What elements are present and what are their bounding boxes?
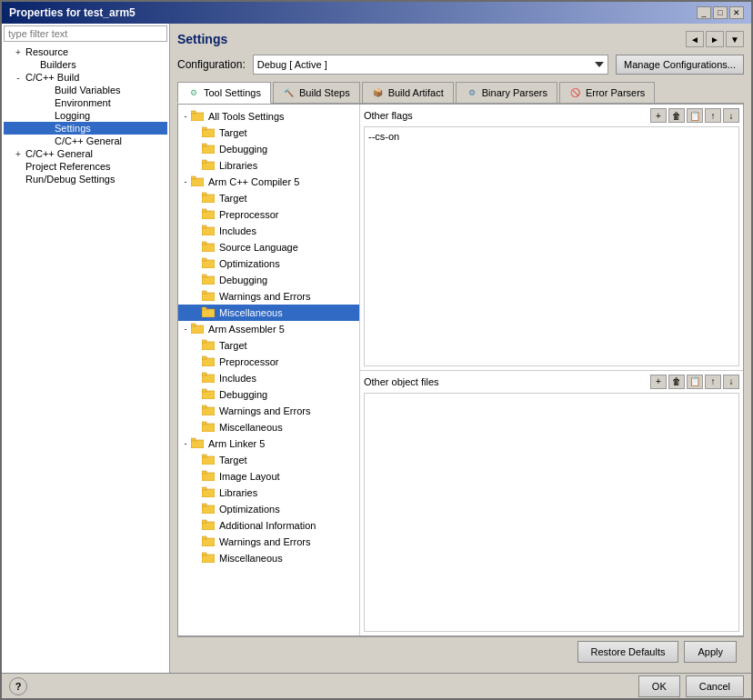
- tool-icon: [202, 503, 216, 515]
- svg-rect-49: [202, 504, 206, 506]
- tree-item-tool-chain-editor[interactable]: C/C++ General: [4, 135, 167, 147]
- svg-rect-35: [202, 389, 206, 392]
- tool-settings-icon: ⚙: [187, 86, 200, 99]
- stree-includes2[interactable]: Includes: [178, 370, 359, 386]
- expand-icon: [191, 308, 202, 317]
- warnings3-label: Warnings and Errors: [219, 536, 310, 547]
- cancel-button[interactable]: Cancel: [686, 675, 744, 697]
- stree-target1[interactable]: Target: [178, 125, 359, 141]
- ok-button[interactable]: OK: [638, 675, 680, 697]
- back-button[interactable]: ◄: [686, 31, 704, 47]
- svg-rect-25: [202, 307, 206, 310]
- objects-delete-button[interactable]: 🗑: [668, 375, 685, 389]
- stree-libraries1[interactable]: Libraries: [178, 157, 359, 174]
- flags-up-button[interactable]: ↑: [705, 108, 721, 123]
- stree-warnings2[interactable]: Warnings and Errors: [178, 403, 359, 419]
- stree-arm-cpp[interactable]: - Arm C++ Compiler 5: [178, 174, 359, 190]
- settings-header: Settings ◄ ► ▼: [177, 31, 744, 47]
- stree-debugging2[interactable]: Debugging: [178, 272, 359, 288]
- svg-rect-0: [191, 113, 204, 121]
- title-bar: Properties for test_arm5 _ □ ✕: [2, 2, 751, 24]
- stree-additional-info[interactable]: Additional Information: [178, 517, 359, 534]
- tree-item-cpp-build[interactable]: - C/C++ Build: [4, 71, 167, 84]
- includes2-label: Includes: [219, 373, 256, 384]
- svg-rect-30: [202, 358, 215, 366]
- footer-right-buttons: OK Cancel: [638, 675, 744, 697]
- apply-button[interactable]: Apply: [684, 641, 737, 663]
- stree-target4[interactable]: Target: [178, 452, 359, 468]
- stree-misc1[interactable]: Miscellaneous: [178, 305, 359, 321]
- expand-icon: [191, 472, 202, 481]
- tree-item-run-debug[interactable]: Run/Debug Settings: [4, 173, 167, 185]
- svg-rect-40: [191, 440, 204, 448]
- stree-optimizations2[interactable]: Optimizations: [178, 501, 359, 517]
- expand-icon: [191, 357, 202, 366]
- stree-preprocessor2[interactable]: Preprocessor: [178, 354, 359, 370]
- expand-icon: [191, 226, 202, 235]
- expand-icon: [40, 111, 55, 121]
- close-button[interactable]: ✕: [729, 6, 744, 19]
- forward-button[interactable]: ►: [706, 31, 724, 47]
- expand-icon: -: [180, 325, 191, 334]
- stree-source-lang[interactable]: Source Language: [178, 239, 359, 255]
- svg-rect-45: [202, 471, 206, 474]
- config-select[interactable]: Debug [ Active ]: [253, 55, 608, 75]
- tree-item-project-references[interactable]: Project References: [4, 160, 167, 173]
- expand-icon: [191, 145, 202, 154]
- flags-copy-button[interactable]: 📋: [687, 108, 703, 123]
- svg-rect-55: [202, 553, 206, 555]
- tree-item-resource[interactable]: + Resource: [4, 45, 167, 58]
- tree-item-build-variables[interactable]: Build Variables: [4, 84, 167, 96]
- stree-debugging3[interactable]: Debugging: [178, 386, 359, 403]
- stree-image-layout[interactable]: Image Layout: [178, 468, 359, 485]
- flags-delete-button[interactable]: 🗑: [668, 108, 685, 123]
- stree-target3[interactable]: Target: [178, 337, 359, 354]
- stree-libraries2[interactable]: Libraries: [178, 485, 359, 501]
- tool-icon: [202, 535, 216, 548]
- svg-rect-24: [202, 309, 215, 317]
- tab-error-parsers[interactable]: 🚫 Error Parsers: [559, 82, 655, 103]
- tab-build-artifact[interactable]: 📦 Build Artifact: [362, 82, 454, 103]
- arm-linker-label: Arm Linker 5: [208, 438, 265, 449]
- stree-preprocessor1[interactable]: Preprocessor: [178, 206, 359, 223]
- stree-misc2[interactable]: Miscellaneous: [178, 419, 359, 435]
- maximize-button[interactable]: □: [713, 6, 728, 19]
- restore-defaults-button[interactable]: Restore Defaults: [577, 641, 679, 663]
- stree-all-tools[interactable]: - All Tools Settings: [178, 108, 359, 125]
- objects-copy-button[interactable]: 📋: [687, 375, 703, 389]
- tree-item-logging[interactable]: Logging: [4, 109, 167, 122]
- tree-item-builders[interactable]: Builders: [4, 58, 167, 71]
- flags-down-button[interactable]: ↓: [723, 108, 739, 123]
- tree-item-environment[interactable]: Environment: [4, 96, 167, 109]
- tree-item-cpp-general[interactable]: + C/C++ General: [4, 147, 167, 160]
- tab-build-steps[interactable]: 🔨 Build Steps: [273, 82, 360, 103]
- stree-warnings3[interactable]: Warnings and Errors: [178, 534, 359, 550]
- objects-up-button[interactable]: ↑: [705, 375, 721, 389]
- stree-warnings1[interactable]: Warnings and Errors: [178, 288, 359, 305]
- tree-item-settings[interactable]: Settings: [4, 122, 167, 135]
- compiler-icon: [191, 175, 206, 188]
- tab-tool-settings[interactable]: ⚙ Tool Settings: [177, 82, 271, 104]
- stree-optimizations1[interactable]: Optimizations: [178, 255, 359, 272]
- other-object-files-title: Other object files: [364, 376, 439, 387]
- stree-misc3[interactable]: Miscellaneous: [178, 550, 359, 566]
- stree-target2[interactable]: Target: [178, 190, 359, 206]
- expand-icon: [40, 85, 55, 95]
- manage-configurations-button[interactable]: Manage Configurations...: [616, 55, 744, 75]
- svg-rect-54: [202, 555, 215, 563]
- stree-arm-linker[interactable]: - Arm Linker 5: [178, 435, 359, 452]
- objects-down-button[interactable]: ↓: [723, 375, 739, 389]
- help-button[interactable]: ?: [9, 677, 27, 695]
- minimize-button[interactable]: _: [697, 6, 711, 19]
- flags-add-button[interactable]: +: [650, 108, 667, 123]
- stree-debugging1[interactable]: Debugging: [178, 141, 359, 157]
- stree-includes1[interactable]: Includes: [178, 223, 359, 239]
- tab-binary-parsers[interactable]: ⚙ Binary Parsers: [456, 82, 557, 103]
- window-title: Properties for test_arm5: [9, 6, 136, 19]
- expand-icon: [11, 175, 25, 185]
- objects-add-button[interactable]: +: [650, 375, 667, 389]
- stree-arm-asm[interactable]: - Arm Assembler 5: [178, 321, 359, 337]
- down-button[interactable]: ▼: [726, 31, 744, 47]
- libraries2-label: Libraries: [219, 487, 257, 498]
- filter-input[interactable]: [4, 25, 167, 42]
